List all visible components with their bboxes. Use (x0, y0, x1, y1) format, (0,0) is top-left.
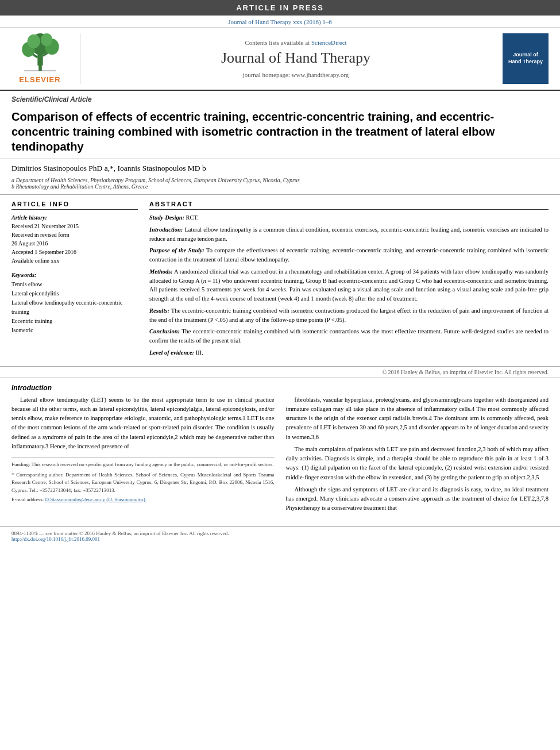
introduction-heading: Introduction (11, 384, 549, 392)
body-right-para-3: Although the signs and symptoms of LET a… (286, 485, 549, 513)
study-design-label: Study Design: (149, 214, 184, 221)
article-title: Comparison of effects of eccentric train… (0, 106, 560, 159)
purpose-text: To compare the effectiveness of eccentri… (149, 247, 549, 263)
email-label: E-mail address: (11, 497, 44, 502)
journal-logo-text: Journal of Hand Therapy (508, 52, 543, 65)
sciencedirect-info: Contents lists available at ScienceDirec… (245, 39, 346, 46)
accepted-date: Accepted 1 September 2016 (11, 248, 138, 256)
body-right-para-2: The main complaints of patients with LET… (286, 445, 549, 482)
revised-label: Received in revised form (11, 230, 138, 239)
email-line: E-mail address: D.Stassinopoulos@euc.ac.… (11, 496, 275, 504)
info-abstract-section: ARTICLE INFO Article history: Received 2… (0, 195, 560, 367)
header-section: ELSEVIER Contents lists available at Sci… (0, 28, 560, 91)
funding-note: Funding: This research received no speci… (11, 461, 275, 469)
keyword-5: Isometric (11, 326, 138, 335)
purpose-para: Purpose of the Study: To compare the eff… (149, 246, 549, 264)
history-label: Article history: (11, 214, 47, 221)
elsevier-brand-text: ELSEVIER (19, 75, 60, 84)
purpose-label: Purpose of the Study: (149, 247, 204, 253)
journal-title: Journal of Hand Therapy (221, 49, 370, 67)
keywords-section: Keywords: Tennis elbow Lateral epicondyl… (11, 271, 138, 335)
study-design-para: Study Design: RCT. (149, 213, 549, 222)
online-date: Available online xxx (11, 256, 138, 265)
body-right-col: fibroblasts, vascular hyperplasia, prote… (286, 395, 549, 516)
abstract-text: Study Design: RCT. Introduction: Lateral… (149, 213, 549, 357)
methods-para: Methods: A randomized clinical trial was… (149, 267, 549, 303)
author-names: Dimitrios Stasinopoulos PhD a,*, Ioannis… (11, 164, 206, 172)
elsevier-tree-icon (17, 33, 63, 74)
journal-logo-box: Journal of Hand Therapy (503, 33, 549, 84)
footer-issn: 0894-1130/$ — see front matter © 2016 Ha… (11, 530, 549, 536)
body-left-para-1: Lateral elbow tendinopathy (LET) seems t… (11, 395, 275, 452)
methods-text: A randomized clinical trial was carried … (149, 268, 549, 302)
article-info-header: ARTICLE INFO (11, 201, 138, 210)
body-two-col: Lateral elbow tendinopathy (LET) seems t… (11, 395, 549, 516)
affiliation-a: a Department of Health Sciences, Physiot… (11, 177, 549, 183)
elsevier-logo: ELSEVIER (6, 33, 80, 84)
keyword-4: Eccentric training (11, 317, 138, 326)
results-text: The eccentric-concentric training combin… (149, 307, 549, 323)
body-section: Introduction Lateral elbow tendinopathy … (0, 378, 560, 522)
journal-homepage: journal homepage: www.jhandtherapy.org (243, 71, 349, 78)
footer-bar: 0894-1130/$ — see front matter © 2016 Ha… (0, 526, 560, 545)
conclusion-label: Conclusion: (149, 328, 180, 334)
evidence-text: III. (196, 349, 203, 356)
conclusion-para: Conclusion: The eccentric-concentric tra… (149, 327, 549, 345)
corresponding-note: * Corresponding author. Department of He… (11, 471, 275, 495)
results-para: Results: The eccentric-concentric traini… (149, 306, 549, 325)
journal-info-bar: Journal of Hand Therapy xxx (2016) 1–6 (0, 16, 560, 28)
article-in-press-banner: ARTICLE IN PRESS (0, 0, 560, 16)
email-link[interactable]: D.Stassinopoulos@euc.ac.cy (D. Stasinopo… (45, 497, 146, 502)
study-design-text: RCT. (186, 214, 199, 221)
authors-section: Dimitrios Stasinopoulos PhD a,*, Ioannis… (0, 159, 560, 175)
article-type: Scientific/Clinical Article (0, 91, 560, 106)
keyword-3: Lateral elbow tendinopathy eccentric-con… (11, 298, 138, 317)
keyword-2: Lateral epicondylitis (11, 289, 138, 298)
results-label: Results: (149, 307, 169, 314)
revised-date: 26 August 2016 (11, 239, 138, 248)
sciencedirect-link[interactable]: ScienceDirect (311, 39, 347, 46)
footer-doi[interactable]: http://dx.doi.org/10.1016/j.jht.2016.09.… (11, 536, 100, 542)
methods-label: Methods: (149, 268, 173, 275)
received-date: Received 21 November 2015 (11, 222, 138, 230)
abstract-column: ABSTRACT Study Design: RCT. Introduction… (149, 201, 549, 360)
body-left-col: Lateral elbow tendinopathy (LET) seems t… (11, 395, 275, 516)
evidence-para: Level of evidence: III. (149, 348, 549, 357)
abstract-header: ABSTRACT (149, 201, 549, 210)
introduction-para: Introduction: Lateral elbow tendinopathy… (149, 225, 549, 244)
evidence-label: Level of evidence: (149, 349, 194, 356)
sciencedirect-label: Contents lists available at (245, 39, 310, 46)
affiliations-section: a Department of Health Sciences, Physiot… (0, 175, 560, 195)
article-history: Article history: Received 21 November 20… (11, 213, 138, 265)
intro-text: Lateral elbow tendinopathy is a common c… (149, 226, 549, 242)
svg-point-7 (27, 34, 40, 48)
footnotes: Funding: This research received no speci… (11, 457, 275, 504)
body-right-para-1: fibroblasts, vascular hyperplasia, prote… (286, 395, 549, 442)
conclusion-text: The eccentric-concentric training combin… (149, 328, 549, 344)
journal-header-center: Contents lists available at ScienceDirec… (89, 33, 503, 84)
intro-label: Introduction: (149, 226, 183, 233)
svg-point-8 (40, 33, 52, 46)
article-info-column: ARTICLE INFO Article history: Received 2… (11, 201, 138, 360)
copyright-line: © 2016 Hanley & Belfus, an imprint of El… (0, 367, 560, 378)
keyword-1: Tennis elbow (11, 280, 138, 289)
keywords-label: Keywords: (11, 272, 36, 278)
affiliation-b: b Rheumatology and Rehabilitation Centre… (11, 183, 549, 190)
